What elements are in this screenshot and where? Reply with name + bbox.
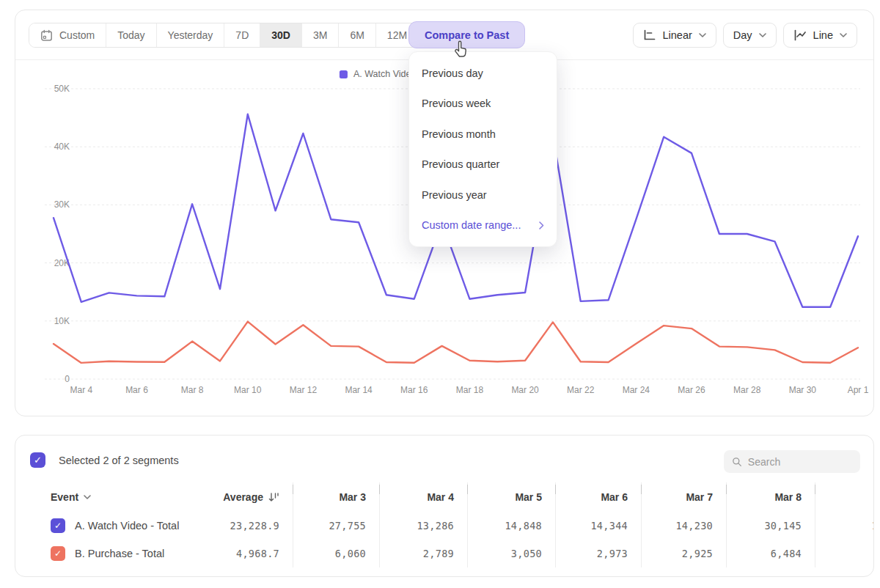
- sort-descending-icon[interactable]: [268, 493, 279, 502]
- column-header-label: Mar 4: [427, 491, 454, 503]
- date-range-control: CustomTodayYesterday7D30D3M6M12M: [29, 23, 419, 48]
- value-text: 30,145: [764, 520, 802, 532]
- column-header-label: Mar 5: [515, 491, 542, 503]
- value-text: 13,286: [417, 520, 454, 532]
- search-box: [724, 450, 860, 473]
- series-a-swatch: [340, 70, 348, 78]
- chevron-down-icon: [84, 495, 91, 499]
- date-range-yesterday[interactable]: Yesterday: [156, 23, 224, 47]
- value-text: 2,973: [597, 548, 628, 559]
- search-input[interactable]: [748, 456, 852, 468]
- value-cell: 13,286: [380, 512, 468, 540]
- segment-cell: ✓A. Watch Video - Total: [15, 512, 210, 540]
- line-chart-icon: [793, 29, 807, 41]
- chevron-down-icon: [699, 33, 706, 37]
- value-text: 15,: [872, 520, 874, 532]
- svg-text:20K: 20K: [54, 258, 70, 268]
- menu-item-previous-year[interactable]: Previous year: [409, 180, 557, 210]
- scale-label: Linear: [662, 29, 692, 41]
- column-header-label: Average: [223, 491, 279, 503]
- value-text: 6,060: [335, 548, 366, 559]
- segment-label: B. Purchase - Total: [75, 548, 164, 559]
- chevron-right-icon: [539, 221, 544, 229]
- date-range-label: 7D: [235, 29, 249, 41]
- value-text: 2,789: [423, 548, 454, 559]
- value-text: 6,484: [771, 548, 802, 559]
- date-range-7d[interactable]: 7D: [224, 23, 260, 47]
- date-range-30d[interactable]: 30D: [260, 23, 301, 47]
- value-text: 14,848: [505, 520, 542, 532]
- value-text: 3,050: [511, 548, 542, 559]
- column-header-mar-6: Mar 6: [556, 482, 642, 512]
- segments-table: Event Average Mar 3Mar 4Mar 5Mar 6Mar 7M…: [15, 482, 874, 567]
- menu-item-previous-day[interactable]: Previous day: [409, 58, 557, 89]
- selected-count-label: Selected 2 of 2 segments: [59, 455, 179, 466]
- column-header-average[interactable]: Average: [210, 482, 293, 512]
- menu-item-previous-week[interactable]: Previous week: [409, 89, 557, 120]
- date-range-today[interactable]: Today: [106, 23, 155, 47]
- chart-type-label: Line: [813, 29, 833, 41]
- compare-to-past-button[interactable]: Compare to Past: [408, 21, 525, 48]
- segment-checkbox[interactable]: ✓: [51, 518, 65, 533]
- svg-text:Mar 12: Mar 12: [290, 385, 318, 395]
- svg-text:Mar 18: Mar 18: [456, 385, 484, 395]
- value-cell: 23,228.9: [210, 512, 293, 540]
- svg-text:Mar 28: Mar 28: [733, 385, 761, 395]
- column-header-label: Mar 6: [601, 491, 628, 503]
- select-all-checkbox[interactable]: ✓: [30, 452, 45, 468]
- value-text: 2,925: [682, 548, 713, 559]
- chevron-down-icon: [759, 33, 766, 37]
- chevron-down-icon: [840, 33, 847, 37]
- value-text: 14,230: [675, 520, 713, 532]
- svg-text:10K: 10K: [54, 316, 70, 326]
- menu-item-custom-date-range[interactable]: Custom date range...: [409, 210, 557, 241]
- chart-controls: Linear Day Line: [633, 23, 857, 48]
- date-range-3m[interactable]: 3M: [301, 23, 338, 47]
- column-header-label: Mar 7: [686, 491, 713, 503]
- segment-cell: ✓B. Purchase - Total: [15, 540, 210, 567]
- svg-text:Mar 22: Mar 22: [567, 385, 595, 395]
- table-header-row: Event Average Mar 3Mar 4Mar 5Mar 6Mar 7M…: [15, 482, 874, 512]
- value-cell: 4,968.7: [210, 540, 293, 567]
- column-header-event[interactable]: Event: [15, 482, 210, 512]
- value-cell: 14,230: [642, 512, 727, 540]
- date-range-label: Custom: [59, 29, 95, 41]
- interval-dropdown-button[interactable]: Day: [723, 23, 777, 48]
- table-row: ✓B. Purchase - Total4,968.76,0602,7893,0…: [15, 540, 874, 567]
- value-cell: 15,: [815, 512, 874, 540]
- svg-text:Mar 10: Mar 10: [234, 385, 262, 395]
- svg-text:Mar 24: Mar 24: [623, 385, 650, 395]
- column-header-mar-8: Mar 8: [727, 482, 815, 512]
- date-range-label: 3M: [313, 29, 327, 41]
- segment-label: A. Watch Video - Total: [75, 520, 179, 532]
- value-cell: 6,060: [293, 540, 380, 567]
- date-range-label: 30D: [271, 29, 290, 41]
- axis-linear-icon: [643, 29, 656, 41]
- date-range-label: 12M: [387, 29, 407, 41]
- value-text: 27,755: [329, 520, 366, 532]
- value-cell: 3,: [815, 540, 874, 567]
- svg-text:40K: 40K: [54, 142, 70, 152]
- date-range-label: Today: [117, 29, 144, 41]
- date-range-6m[interactable]: 6M: [338, 23, 375, 47]
- svg-text:Mar 14: Mar 14: [345, 385, 373, 395]
- segment-checkbox[interactable]: ✓: [51, 546, 65, 561]
- value-text: 4,968.7: [236, 548, 279, 559]
- svg-text:Mar 16: Mar 16: [400, 385, 428, 395]
- svg-text:Mar 4: Mar 4: [70, 385, 92, 395]
- chart-type-dropdown-button[interactable]: Line: [783, 23, 857, 48]
- svg-text:Mar 6: Mar 6: [125, 385, 148, 395]
- menu-item-previous-quarter[interactable]: Previous quarter: [409, 150, 557, 180]
- menu-item-previous-month[interactable]: Previous month: [409, 119, 557, 150]
- svg-text:Apr 1: Apr 1: [848, 385, 869, 395]
- date-range-custom[interactable]: Custom: [29, 23, 106, 47]
- svg-text:Mar 20: Mar 20: [511, 385, 539, 395]
- date-range-label: 6M: [350, 29, 364, 41]
- analytics-page: CustomTodayYesterday7D30D3M6M12M Compare…: [0, 0, 880, 588]
- column-header-mar-5: Mar 5: [468, 482, 556, 512]
- svg-text:30K: 30K: [54, 199, 70, 210]
- scale-dropdown-button[interactable]: Linear: [633, 23, 716, 48]
- value-cell: 14,344: [556, 512, 642, 540]
- svg-text:50K: 50K: [54, 84, 70, 94]
- column-header-label: Mar 3: [339, 491, 366, 503]
